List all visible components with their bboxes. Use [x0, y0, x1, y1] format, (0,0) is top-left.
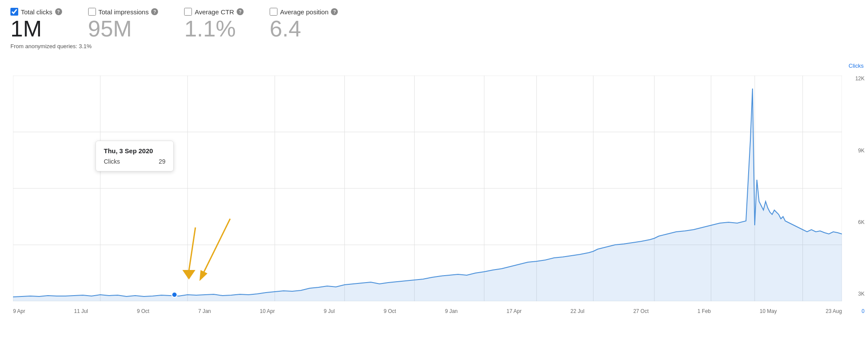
tooltip-value: 29 — [158, 158, 165, 165]
clicks-help-icon[interactable]: ? — [55, 8, 62, 15]
x-label-oct2: 9 Oct — [383, 308, 396, 314]
chart-area: Clicks 12K 9K 6K 3K 0 — [0, 58, 868, 314]
metric-header-ctr: Average CTR ? — [184, 8, 244, 16]
metric-header-clicks: Total clicks ? — [10, 8, 62, 16]
clicks-value: 1M — [10, 16, 62, 41]
metric-total-impressions: Total impressions ? 95M — [88, 8, 158, 41]
y-label-12k: 12K — [855, 76, 865, 82]
x-axis-labels: 9 Apr 11 Jul 9 Oct 7 Jan 10 Apr 9 Jul 9 … — [13, 308, 842, 314]
y-label-zero: 0 — [861, 308, 865, 314]
y-axis-clicks-label: Clicks — [848, 63, 864, 69]
x-label-may: 10 May — [760, 308, 777, 314]
position-checkbox[interactable] — [270, 8, 277, 16]
tooltip-row: Clicks 29 — [104, 158, 165, 165]
metrics-row: Total clicks ? 1M Total impressions ? 95… — [0, 0, 868, 41]
ctr-label: Average CTR — [195, 8, 234, 16]
x-label-jan2: 9 Jan — [445, 308, 458, 314]
metric-average-ctr: Average CTR ? 1.1% — [184, 8, 244, 41]
chart-svg-container — [13, 76, 842, 301]
x-label-jul2: 9 Jul — [324, 308, 335, 314]
ctr-checkbox[interactable] — [184, 8, 192, 16]
impressions-help-icon[interactable]: ? — [151, 8, 158, 15]
metric-average-position: Average position ? 6.4 — [270, 8, 338, 41]
tooltip-box: Thu, 3 Sep 2020 Clicks 29 — [96, 141, 174, 171]
ctr-value: 1.1% — [184, 16, 244, 41]
x-label-jul3: 22 Jul — [571, 308, 584, 314]
position-value: 6.4 — [270, 16, 338, 41]
clicks-label: Total clicks — [21, 8, 53, 16]
y-label-3k: 3K — [858, 291, 865, 297]
x-label-oct3: 27 Oct — [633, 308, 648, 314]
impressions-value: 95M — [88, 16, 158, 41]
metric-header-position: Average position ? — [270, 8, 338, 16]
position-label: Average position — [280, 8, 328, 16]
x-label-apr1: 9 Apr — [13, 308, 25, 314]
ctr-help-icon[interactable]: ? — [237, 8, 244, 15]
data-point — [172, 292, 177, 297]
y-label-9k: 9K — [858, 148, 865, 154]
x-label-aug: 23 Aug — [825, 308, 842, 314]
impressions-checkbox[interactable] — [88, 8, 96, 16]
x-label-jan1: 7 Jan — [198, 308, 211, 314]
anonymized-note: From anonymized queries: 3.1% — [0, 41, 868, 49]
x-label-oct1: 9 Oct — [137, 308, 149, 314]
y-label-6k: 6K — [858, 219, 865, 225]
position-help-icon[interactable]: ? — [331, 8, 338, 15]
tooltip-metric: Clicks — [104, 158, 120, 165]
svg-marker-19 — [13, 89, 842, 301]
tooltip-date: Thu, 3 Sep 2020 — [104, 147, 165, 155]
x-label-apr3: 17 Apr — [507, 308, 522, 314]
x-label-apr2: 10 Apr — [260, 308, 275, 314]
metric-total-clicks: Total clicks ? 1M — [10, 8, 62, 41]
x-label-jul1: 11 Jul — [74, 308, 88, 314]
clicks-checkbox[interactable] — [10, 8, 18, 16]
metric-header-impressions: Total impressions ? — [88, 8, 158, 16]
impressions-label: Total impressions — [99, 8, 149, 16]
chart-svg — [13, 76, 842, 301]
x-label-feb: 1 Feb — [697, 308, 711, 314]
y-grid-labels: 12K 9K 6K 3K — [855, 76, 865, 297]
